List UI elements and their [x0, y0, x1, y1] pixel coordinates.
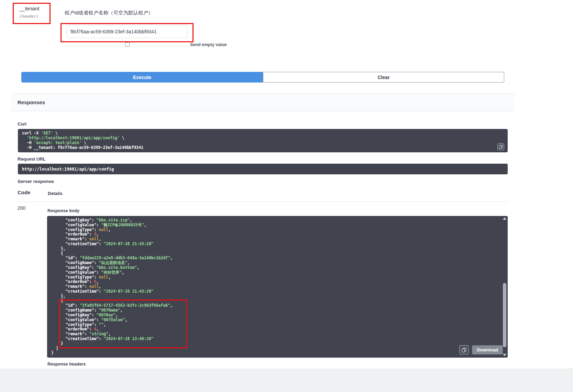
parameter-location: (header) [19, 14, 49, 19]
scroll-down-icon[interactable] [503, 354, 506, 356]
annotation-box-parameter-name: __tenant (header) [13, 3, 51, 24]
curl-command-block: curl -X 'GET' \ 'http://localhost:19001/… [18, 129, 508, 152]
tenant-input[interactable] [66, 25, 187, 38]
request-url-value: http://localhost:19001/api/app/config [22, 167, 114, 172]
code-column-header: Code [18, 189, 31, 195]
response-status-code: 200 [18, 205, 25, 211]
send-empty-value-label: Send empty value [190, 42, 227, 47]
page-bottom-background [0, 369, 573, 392]
copy-icon[interactable] [497, 143, 504, 150]
execute-button[interactable]: Execute [21, 72, 263, 83]
parameter-description: 租户id或者租户名称（可空为默认租户） [65, 10, 153, 16]
table-header-divider [18, 202, 508, 202]
clipboard-icon [499, 145, 503, 149]
response-body-label: Response body [47, 208, 79, 213]
clipboard-icon [462, 348, 466, 352]
scrollbar-thumb[interactable] [503, 283, 506, 347]
parameter-name: __tenant [19, 6, 49, 11]
response-actions: Download [459, 345, 503, 355]
scroll-up-icon[interactable] [503, 217, 506, 220]
response-headers-label: Response headers [47, 362, 86, 367]
responses-title: Responses [11, 94, 515, 105]
curl-command-text: curl -X 'GET' \ 'http://localhost:19001/… [22, 131, 504, 150]
scrollbar[interactable] [503, 217, 507, 357]
responses-section-header: Responses [11, 94, 515, 111]
swagger-api-panel: __tenant (header) 租户id或者租户名称（可空为默认租户） Se… [0, 0, 573, 392]
details-column-header: Details [48, 191, 63, 196]
annotation-box-response-item [59, 300, 187, 348]
curl-label: Curl [18, 121, 26, 127]
response-body-block: "configKey": "bbs.site.icp", "configValu… [47, 216, 508, 358]
download-button[interactable]: Download [472, 345, 503, 355]
request-url-label: Request URL [18, 156, 46, 162]
clear-button[interactable]: Clear [263, 72, 504, 83]
copy-icon[interactable] [459, 345, 469, 355]
request-url-block: http://localhost:19001/api/app/config [18, 164, 508, 174]
server-response-label: Server response [18, 179, 54, 184]
annotation-box-parameter-value [60, 23, 194, 42]
send-empty-checkbox[interactable] [125, 42, 130, 47]
